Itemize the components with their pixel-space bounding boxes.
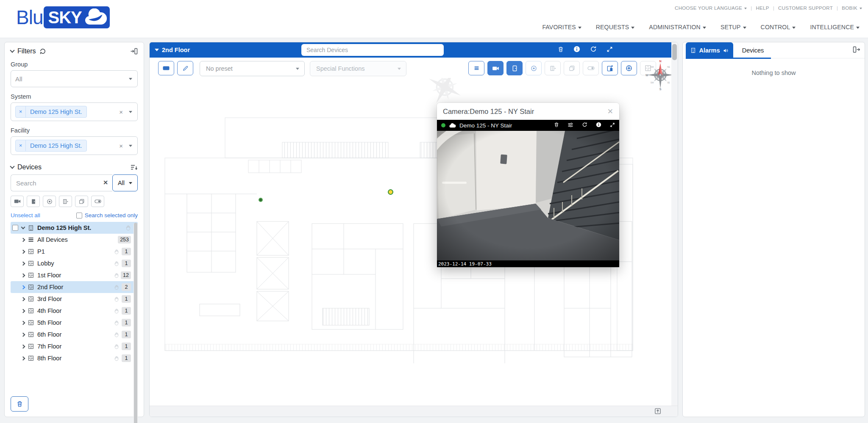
tree-root-checkbox[interactable] <box>12 225 18 231</box>
drag-hand-icon[interactable] <box>114 344 119 349</box>
show-elevators-button[interactable] <box>545 61 561 75</box>
refresh-icon[interactable] <box>582 122 587 129</box>
help-link[interactable]: HELP <box>756 6 769 11</box>
special-functions-select[interactable]: Special Functions <box>310 61 406 76</box>
tree-row-all-devices[interactable]: All Devices 253 <box>11 234 138 246</box>
clear-select-icon[interactable]: × <box>119 108 123 116</box>
info-icon[interactable] <box>596 122 601 129</box>
user-menu[interactable]: BOBIK <box>842 6 862 11</box>
tree-row-6th-floor[interactable]: 6th Floor 1 <box>11 329 138 340</box>
chevron-right-icon[interactable] <box>21 273 25 277</box>
nav-administration[interactable]: ADMINISTRATION <box>649 24 706 30</box>
chevron-right-icon[interactable] <box>21 285 25 289</box>
customer-support-link[interactable]: CUSTOMER SUPPORT <box>778 6 833 11</box>
drag-hand-icon[interactable] <box>114 332 119 337</box>
chevron-down-icon[interactable] <box>10 48 14 53</box>
chevron-right-icon[interactable] <box>21 321 25 325</box>
device-list-button[interactable] <box>468 61 484 75</box>
drag-hand-icon[interactable] <box>114 296 119 302</box>
drag-hand-icon[interactable] <box>114 249 119 254</box>
nav-requests[interactable]: REQUESTS <box>596 24 635 30</box>
show-outputs-button[interactable] <box>583 61 599 75</box>
locate-compass-button[interactable] <box>621 61 637 75</box>
tab-alarms[interactable]: Alarms <box>686 42 733 58</box>
drag-hand-icon[interactable] <box>114 285 119 290</box>
remove-chip-icon[interactable]: × <box>16 140 26 151</box>
chevron-down-icon[interactable] <box>10 164 14 169</box>
tree-row-p1[interactable]: P1 1 <box>11 246 138 257</box>
elevator-icon[interactable] <box>59 196 72 207</box>
tree-root-row[interactable]: Demo 125 High St. <box>11 222 138 234</box>
delete-selection-button[interactable] <box>11 396 28 412</box>
chevron-right-icon[interactable] <box>21 238 25 242</box>
device-marker[interactable] <box>259 198 263 202</box>
chevron-right-icon[interactable] <box>21 344 25 348</box>
fullscreen-icon[interactable] <box>606 46 613 54</box>
device-search-input[interactable] <box>11 174 112 191</box>
nav-setup[interactable]: SETUP <box>721 24 746 30</box>
facility-select[interactable]: × Demo 125 High St. × <box>11 136 138 155</box>
tree-row-4th-floor[interactable]: 4th Floor 1 <box>11 305 138 317</box>
unselect-all-link[interactable]: Unselect all <box>11 212 40 218</box>
nav-intelligence[interactable]: INTELLIGENCE <box>810 24 860 30</box>
sort-devices-icon[interactable] <box>130 164 138 170</box>
map-vertical-scrollbar[interactable] <box>671 42 678 406</box>
chevron-right-icon[interactable] <box>21 332 25 337</box>
floorplan-title[interactable]: 2nd Floor <box>150 47 190 53</box>
delete-floorplan-icon[interactable] <box>558 46 564 54</box>
chevron-right-icon[interactable] <box>21 249 25 254</box>
info-icon[interactable] <box>573 46 580 54</box>
close-icon[interactable]: ✕ <box>607 107 613 116</box>
show-doors-button[interactable] <box>506 61 523 75</box>
fullscreen-icon[interactable] <box>610 122 615 129</box>
drag-hand-icon[interactable] <box>114 261 119 266</box>
drag-hand-icon[interactable] <box>114 320 119 326</box>
tree-row-5th-floor[interactable]: 5th Floor 1 <box>11 317 138 329</box>
language-menu[interactable]: CHOOSE YOUR LANGUAGE <box>675 6 747 11</box>
tree-row-7th-floor[interactable]: 7th Floor 1 <box>11 340 138 352</box>
system-select[interactable]: × Demo 125 High St. × <box>11 102 138 121</box>
export-floorplan-icon[interactable] <box>654 407 662 417</box>
chevron-down-icon[interactable] <box>21 225 25 229</box>
search-selected-only-checkbox[interactable] <box>76 213 82 218</box>
tree-row-1st-floor[interactable]: 1st Floor 12 <box>11 269 138 281</box>
tree-row-lobby[interactable]: Lobby 1 <box>11 257 138 269</box>
blusky-logo[interactable]: Blu SKY <box>16 6 110 29</box>
show-inputs-button[interactable] <box>526 61 542 75</box>
input-icon[interactable] <box>43 196 56 207</box>
group-select[interactable]: All <box>11 70 138 87</box>
floors-icon[interactable] <box>75 196 88 207</box>
move-device-button[interactable] <box>602 61 618 75</box>
drag-hand-icon[interactable] <box>114 273 119 278</box>
drag-hand-icon[interactable] <box>125 225 131 231</box>
camera-icon[interactable] <box>11 196 24 207</box>
drag-hand-icon[interactable] <box>114 356 119 361</box>
camera-video[interactable]: Demo 125 - NY Stair <box>437 120 619 267</box>
tree-row-8th-floor[interactable]: 8th Floor 1 <box>11 352 138 364</box>
drag-hand-icon[interactable] <box>114 308 119 314</box>
remove-chip-icon[interactable]: × <box>16 106 26 117</box>
edit-tool-button[interactable] <box>177 61 193 75</box>
select-tool-button[interactable] <box>158 61 174 75</box>
tree-scrollbar[interactable] <box>134 223 138 423</box>
chevron-right-icon[interactable] <box>21 309 25 313</box>
trash-icon[interactable] <box>554 122 559 129</box>
show-floors-button[interactable] <box>564 61 580 75</box>
door-icon[interactable] <box>27 196 40 207</box>
map-search-input[interactable] <box>301 44 444 56</box>
device-marker[interactable] <box>388 189 393 195</box>
reset-filters-icon[interactable] <box>39 48 46 55</box>
chevron-right-icon[interactable] <box>21 261 25 265</box>
refresh-icon[interactable] <box>590 46 597 54</box>
device-search-scope-button[interactable]: All <box>112 174 138 191</box>
collapse-sidebar-icon[interactable] <box>130 48 138 55</box>
pop-out-panel-icon[interactable] <box>853 46 860 55</box>
clear-search-icon[interactable]: ✕ <box>103 179 108 186</box>
tree-row-3rd-floor[interactable]: 3rd Floor 1 <box>11 293 138 305</box>
chevron-right-icon[interactable] <box>21 297 25 301</box>
nav-control[interactable]: CONTROL <box>761 24 796 30</box>
preset-select[interactable]: No preset <box>200 61 305 76</box>
chevron-right-icon[interactable] <box>21 356 25 360</box>
output-icon[interactable] <box>91 196 104 207</box>
tree-row-2nd-floor[interactable]: 2nd Floor 2 <box>11 281 138 293</box>
